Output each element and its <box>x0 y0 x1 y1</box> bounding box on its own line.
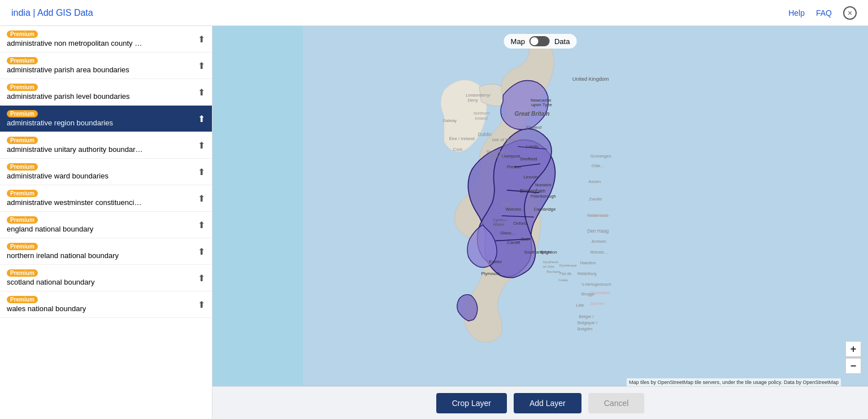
upload-icon[interactable]: ⬆ <box>198 114 205 124</box>
data-toggle-label: Data <box>554 37 570 46</box>
svg-text:England: England <box>526 125 542 130</box>
layer-item-1[interactable]: Premium administrative non metropolitan … <box>0 26 212 53</box>
premium-badge: Premium <box>7 110 38 117</box>
upload-icon[interactable]: ⬆ <box>198 140 205 151</box>
layer-item-left: Premium scotland national boundary <box>7 269 94 286</box>
premium-badge: Premium <box>7 190 38 197</box>
upload-icon[interactable]: ⬆ <box>198 167 205 177</box>
premium-badge: Premium <box>7 216 38 224</box>
layer-item-9[interactable]: Premium northern ireland national bounda… <box>0 238 212 265</box>
layer-item-left: Premium administrative unitary authority… <box>7 137 143 154</box>
svg-text:Nottm…: Nottm… <box>502 202 516 206</box>
upload-icon[interactable]: ⬆ <box>198 273 205 283</box>
svg-text:Norwich: Norwich <box>535 182 552 187</box>
layer-name: administrative parish area boundaries <box>7 66 129 74</box>
svg-text:St.George's: St.George's <box>487 149 509 154</box>
layer-name: administrative ward boundaries <box>7 172 108 180</box>
svg-text:Ireland: Ireland <box>475 116 488 121</box>
layer-item-10[interactable]: Premium scotland national boundary ⬆ <box>0 265 212 291</box>
close-button[interactable]: × <box>843 6 857 20</box>
svg-text:Isle of Man: Isle of Man <box>492 137 514 142</box>
upload-icon[interactable]: ⬆ <box>198 60 205 71</box>
layer-list-sidebar: Premium administrative non metropolitan … <box>0 26 212 419</box>
layer-item-left: Premium administrative ward boundaries <box>7 163 108 180</box>
layer-item-2[interactable]: Premium administrative parish area bound… <box>0 53 212 79</box>
upload-icon[interactable]: ⬆ <box>198 220 205 230</box>
svg-text:Bath: Bath <box>521 237 530 242</box>
layer-name: scotland national boundary <box>7 278 94 286</box>
svg-text:Preston: Preston <box>507 164 521 169</box>
svg-text:upon Tyne: upon Tyne <box>531 102 553 107</box>
svg-text:on-Sea: on-Sea <box>543 264 555 268</box>
svg-text:Galway: Galway <box>442 118 457 123</box>
toggle-switch[interactable] <box>530 36 550 46</box>
upload-icon[interactable]: ⬆ <box>198 34 205 45</box>
zoom-controls: + − <box>845 341 861 374</box>
svg-text:Belgie /: Belgie / <box>579 314 594 319</box>
layer-item-11[interactable]: Premium wales national boundary ⬆ <box>0 291 212 318</box>
help-link[interactable]: Help <box>788 8 805 18</box>
map-svg: Newcastle upon Tyne Leeds Sheffield Live… <box>212 26 868 385</box>
layer-item-5[interactable]: Premium administrative unitary authority… <box>0 132 212 159</box>
map-area: Map Data <box>212 26 868 419</box>
layer-item-left: Premium england national boundary <box>7 216 93 233</box>
svg-text:Oxford: Oxford <box>513 221 527 226</box>
faq-link[interactable]: FAQ <box>816 8 832 18</box>
bottom-action-bar: Crop Layer Add Layer Cancel <box>212 386 868 419</box>
layer-name: northern ireland national boundary <box>7 251 119 260</box>
premium-badge: Premium <box>7 243 38 250</box>
zoom-out-button[interactable]: − <box>845 358 861 374</box>
svg-text:Zwolle: Zwolle <box>589 197 602 202</box>
layer-name: wales national boundary <box>7 304 86 313</box>
svg-text:Dublin: Dublin <box>478 132 492 137</box>
svg-text:Worcest…: Worcest… <box>506 207 525 212</box>
premium-badge: Premium <box>7 163 38 171</box>
premium-badge: Premium <box>7 137 38 144</box>
premium-badge: Premium <box>7 269 38 277</box>
svg-text:Liverpool: Liverpool <box>502 154 520 159</box>
layer-item-7[interactable]: Premium administrative westminster const… <box>0 185 212 212</box>
svg-text:Lincoln: Lincoln <box>523 174 537 180</box>
svg-text:Channel: Channel <box>488 154 504 159</box>
crop-layer-button[interactable]: Crop Layer <box>436 393 507 413</box>
svg-text:Exeter: Exeter <box>489 259 502 264</box>
svg-text:Arnhem: Arnhem <box>592 239 606 244</box>
svg-text:Birmingham: Birmingham <box>520 188 545 194</box>
layer-item-left: Premium administrative parish area bound… <box>7 57 129 74</box>
svg-text:Middelburg: Middelburg <box>578 272 597 276</box>
svg-text:Éire / Ireland: Éire / Ireland <box>449 136 475 141</box>
header-title: india | Add GIS Data <box>11 8 93 18</box>
svg-text:Sheffield: Sheffield <box>520 156 537 162</box>
add-layer-button[interactable]: Add Layer <box>514 393 581 413</box>
svg-text:United Kingdom: United Kingdom <box>572 76 609 82</box>
upload-icon[interactable]: ⬆ <box>198 193 205 204</box>
zoom-in-button[interactable]: + <box>845 341 861 357</box>
svg-text:Dusseldorf: Dusseldorf <box>591 290 611 295</box>
layer-name: administrative region boundaries <box>7 119 113 127</box>
header: india | Add GIS Data Help FAQ × <box>0 0 868 26</box>
layer-item-6[interactable]: Premium administrative ward boundaries ⬆ <box>0 159 212 185</box>
svg-text:Boulogne: Boulogne <box>546 270 560 273</box>
svg-text:Cork: Cork <box>453 147 463 152</box>
svg-text:Derry: Derry <box>468 98 478 103</box>
premium-badge: Premium <box>7 30 38 38</box>
svg-text:Wales: Wales <box>493 222 505 227</box>
layer-item-4[interactable]: Premium administrative region boundaries… <box>0 106 212 132</box>
cancel-button[interactable]: Cancel <box>588 393 645 413</box>
layer-item-8[interactable]: Premium england national boundary ⬆ <box>0 212 212 238</box>
upload-icon[interactable]: ⬆ <box>198 246 205 257</box>
upload-icon[interactable]: ⬆ <box>198 87 205 98</box>
upload-icon[interactable]: ⬆ <box>198 299 205 310</box>
map-attribution: Map tiles by OpenStreetMap tile servers,… <box>627 378 841 386</box>
layer-item-left: Premium wales national boundary <box>7 296 86 313</box>
svg-text:Dunkerque: Dunkerque <box>559 263 577 267</box>
svg-text:Lille: Lille <box>576 303 585 308</box>
layer-item-3[interactable]: Premium administrative parish level boun… <box>0 79 212 106</box>
map-toggle-label: Map <box>511 37 525 46</box>
svg-text:Leeds: Leeds <box>526 144 539 149</box>
layer-item-left: Premium northern ireland national bounda… <box>7 243 119 260</box>
svg-text:Londonderry/: Londonderry/ <box>466 93 491 98</box>
svg-text:Vlaanderen: Vlaanderen <box>591 213 610 217</box>
layer-item-left: Premium administrative region boundaries <box>7 110 113 127</box>
svg-text:Belgiën: Belgiën <box>578 326 592 331</box>
